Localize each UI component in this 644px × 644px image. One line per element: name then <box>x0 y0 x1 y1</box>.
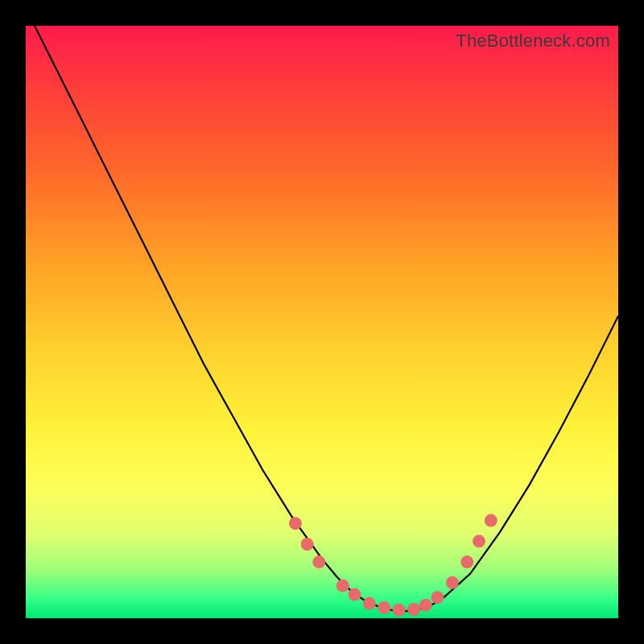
bottleneck-curve <box>26 8 618 611</box>
highlight-dot <box>485 514 497 527</box>
highlight-dot <box>289 517 302 530</box>
highlight-dot <box>419 599 432 612</box>
highlight-dot <box>407 603 420 616</box>
highlight-dot <box>460 555 473 568</box>
highlight-dot <box>349 588 361 601</box>
highlight-dot <box>301 538 314 551</box>
highlight-dot <box>446 576 459 589</box>
highlight-dot <box>378 601 390 614</box>
highlight-dots <box>289 514 497 617</box>
chart-plot-area: TheBottleneck.com <box>26 26 618 618</box>
highlight-dot <box>473 535 485 547</box>
highlight-dot <box>336 580 349 592</box>
chart-svg <box>26 26 618 618</box>
highlight-dot <box>363 597 376 610</box>
highlight-dot <box>393 604 406 617</box>
chart-frame: TheBottleneck.com <box>0 0 644 644</box>
highlight-dot <box>431 591 444 604</box>
highlight-dot <box>312 555 325 568</box>
